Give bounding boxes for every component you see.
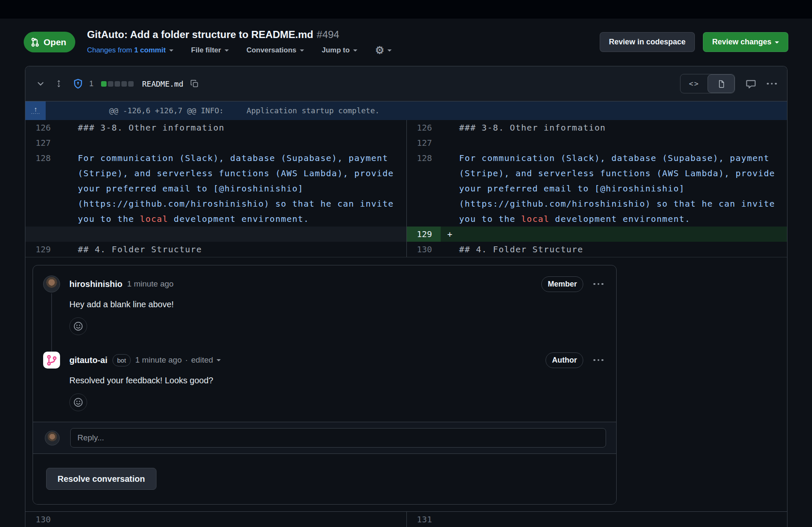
comment-options-kebab[interactable] — [593, 283, 604, 285]
edited-dropdown[interactable]: edited — [191, 355, 213, 365]
pr-title-text: GitAuto: Add a folder structure to READM… — [87, 29, 313, 40]
comment: hiroshinishio 1 minute ago Member Hey ad… — [33, 265, 616, 335]
chevron-down-icon — [775, 41, 779, 46]
diff-code-cell — [441, 135, 787, 150]
review-changes-button[interactable]: Review changes — [703, 32, 788, 52]
diff-line-number[interactable]: 126 — [25, 120, 59, 135]
diffstat-added-block — [101, 81, 107, 87]
diffstat-neutral-block — [108, 81, 113, 87]
diff-row: 128For communication (Slack), database (… — [407, 150, 787, 227]
reply-input[interactable] — [70, 428, 606, 448]
chevron-down-icon — [217, 359, 221, 363]
rich-view-toggle[interactable] — [708, 74, 735, 93]
comment-bubble-icon[interactable] — [746, 79, 756, 89]
changes-from-commit-dropdown[interactable]: Changes from 1 commit — [87, 46, 173, 55]
file-name-link[interactable]: README.md — [142, 79, 184, 88]
jump-to-dropdown[interactable]: Jump to — [322, 46, 357, 55]
diff-code-line: ## 4. Folder Structure — [459, 242, 787, 257]
review-thread-count: 1 — [89, 79, 93, 88]
hunk-header-row: ↑ ····· @@ -126,6 +126,7 @@ INFO: Applic… — [25, 101, 787, 120]
diff-code-line — [459, 227, 787, 242]
diff-row: 130## 4. Folder Structure — [407, 242, 787, 257]
code-icon: <> — [689, 79, 699, 88]
diff-row: 127 — [25, 135, 406, 150]
comment-options-kebab[interactable] — [593, 359, 604, 361]
add-reaction-button[interactable] — [69, 393, 87, 411]
conversations-dropdown[interactable]: Conversations — [247, 46, 304, 55]
resolve-bar: Resolve conversation — [33, 453, 616, 504]
source-view-toggle[interactable]: <> — [680, 74, 708, 93]
diff-code-cell: For communication (Slack), database (Sup… — [441, 150, 787, 227]
resolve-conversation-button[interactable]: Resolve conversation — [46, 468, 156, 490]
diff-code-cell: ### 3-8. Other information — [441, 120, 787, 135]
chevron-down-icon — [300, 49, 304, 54]
diff-row: 126### 3-8. Other information — [407, 120, 787, 135]
reply-bar — [33, 422, 616, 453]
review-in-codespace-button[interactable]: Review in codespace — [600, 32, 695, 52]
diff-row: 127 — [407, 135, 787, 150]
page-title: GitAuto: Add a folder structure to READM… — [87, 29, 392, 41]
diff-code-line: (Stripe), and serverless functions (AWS … — [459, 166, 787, 181]
diff-code-cell: ## 4. Folder Structure — [59, 242, 406, 257]
diff-line-number[interactable]: 128 — [407, 150, 441, 227]
comment-author[interactable]: hiroshinishio — [69, 279, 123, 289]
bot-badge: bot — [112, 354, 131, 366]
diff-row: 128For communication (Slack), database (… — [25, 150, 406, 227]
diff-code-line: ## 4. Folder Structure — [78, 242, 406, 257]
browser-top-strip — [0, 0, 812, 19]
file-header: 1 README.md <> — [25, 66, 787, 101]
diff-code-cell: ## 4. Folder Structure — [441, 242, 787, 257]
comment-body: Resolved your feedback! Looks good? — [69, 376, 605, 385]
diff-settings-dropdown[interactable]: ⚙ — [375, 45, 392, 55]
avatar[interactable] — [43, 276, 60, 292]
diffstat-neutral-block — [121, 81, 127, 87]
diff-code-line: For communication (Slack), database (Sup… — [78, 150, 406, 166]
diff-row: 130 — [25, 512, 406, 527]
diff-code-cell: ### 3-8. Other information — [59, 120, 406, 135]
comment-timestamp[interactable]: 1 minute ago — [127, 279, 174, 289]
diff-line-number[interactable]: 126 — [407, 120, 441, 135]
diff-left-side: 126### 3-8. Other information127 128For … — [25, 120, 406, 257]
diff-code-line: (https://github.com/hiroshinishio) so th… — [459, 196, 787, 211]
diff-code-line: your preferred email to [@hiroshinishio] — [78, 181, 406, 196]
gear-icon: ⚙ — [375, 45, 384, 55]
diff-code-cell: For communication (Slack), database (Sup… — [59, 150, 406, 227]
comment-timestamp[interactable]: 1 minute ago — [135, 355, 182, 365]
file-icon — [717, 79, 725, 88]
copy-file-path-icon[interactable] — [190, 79, 199, 88]
review-thread-card: hiroshinishio 1 minute ago Member Hey ad… — [33, 265, 617, 505]
pr-status-badge: Open — [24, 32, 75, 52]
diff-code-line: (Stripe), and serverless functions (AWS … — [78, 166, 406, 181]
diff-line-number[interactable]: 130 — [25, 512, 59, 527]
diff-line-number[interactable]: 131 — [407, 512, 441, 527]
split-diff: 126### 3-8. Other information127 128For … — [25, 120, 787, 257]
pr-status-label: Open — [44, 37, 66, 47]
diff-code-line: your preferred email to [@hiroshinishio] — [459, 181, 787, 196]
collapse-file-chevron-icon[interactable] — [36, 79, 45, 88]
gitauto-bot-avatar[interactable] — [43, 352, 60, 369]
diff-line-number[interactable]: 129 — [25, 242, 59, 257]
diff-line-number[interactable]: 130 — [407, 242, 441, 257]
diff-line-number[interactable]: 127 — [407, 135, 441, 150]
comment-body: Hey add a blank line above! — [69, 300, 605, 309]
diff-line-number[interactable]: 128 — [25, 150, 59, 227]
diff-code-line: For communication (Slack), database (Sup… — [459, 150, 787, 166]
diff-right-side: 126### 3-8. Other information127 128For … — [406, 120, 787, 257]
pr-header: Open GitAuto: Add a folder structure to … — [0, 19, 812, 59]
expand-diff-button[interactable]: ↑ ····· — [25, 101, 46, 120]
file-options-kebab[interactable] — [767, 83, 777, 85]
diff-row: 126### 3-8. Other information — [25, 120, 406, 135]
comment-author[interactable]: gitauto-ai — [69, 355, 107, 365]
diff-line-number[interactable]: 129 — [407, 227, 441, 242]
file-diff-card: 1 README.md <> — [25, 66, 787, 527]
diff-code-line: ### 3-8. Other information — [459, 120, 787, 135]
shield-lock-icon[interactable] — [73, 79, 83, 89]
diffstat-blocks[interactable] — [101, 81, 134, 87]
diffstat-neutral-block — [128, 81, 134, 87]
comment: gitauto-ai bot 1 minute ago · edited Aut… — [33, 346, 616, 411]
diff-line-number[interactable]: 127 — [25, 135, 59, 150]
add-reaction-button[interactable] — [69, 317, 87, 335]
drag-grabber-icon[interactable] — [55, 79, 63, 88]
file-filter-dropdown[interactable]: File filter — [191, 46, 229, 55]
diff-code-line: (https://github.com/hiroshinishio) so th… — [78, 196, 406, 211]
